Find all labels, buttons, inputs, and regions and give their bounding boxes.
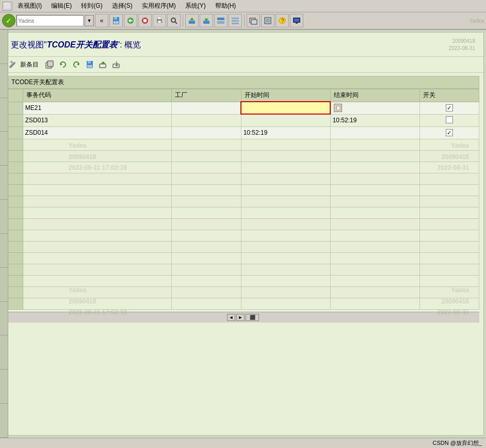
menu-select[interactable]: 选择(S) — [108, 1, 137, 11]
menu-tableview[interactable]: 表视图(I) — [13, 1, 46, 11]
svg-text:?: ? — [281, 18, 284, 24]
refresh-icon[interactable] — [57, 59, 69, 70]
copy-btn-me21[interactable]: 📋 — [334, 104, 342, 112]
svg-rect-19 — [232, 20, 239, 22]
svg-rect-22 — [251, 20, 257, 24]
scroll-left-button[interactable]: ◄ — [227, 314, 235, 321]
status-text: CSDN @放弃幻想_ — [432, 439, 482, 447]
svg-rect-39 — [100, 64, 106, 68]
svg-marker-43 — [115, 65, 118, 67]
toolbar-separator-2 — [244, 14, 245, 27]
help-button[interactable]: ? — [276, 14, 289, 27]
start-time-input[interactable] — [244, 104, 274, 112]
table-row — [7, 218, 479, 230]
row-start-zsd014: 10:52:19 — [241, 126, 330, 139]
svg-rect-28 — [294, 19, 299, 22]
undo-icon[interactable] — [71, 59, 82, 70]
row-plant-me21 — [172, 102, 241, 114]
toolbar-separator-1 — [183, 14, 183, 27]
col-end-header: 结束时间 — [330, 89, 419, 102]
table-row — [7, 252, 479, 264]
layout-button[interactable] — [214, 14, 228, 27]
checkbox-zsd014[interactable]: ✓ — [446, 129, 453, 136]
strip-5 — [0, 166, 8, 200]
strip-12 — [0, 404, 8, 438]
row-end-zsd014 — [330, 126, 419, 139]
row-start-me21-edit[interactable] — [241, 102, 330, 114]
row-switch-zsd014: ✓ — [419, 126, 479, 139]
menu-utilities[interactable]: 实用程序(M) — [138, 1, 180, 11]
new-entry-label: 新条目 — [20, 60, 39, 69]
toolbar: ✓ ▼ « ? Yadea — [0, 12, 486, 30]
table-row — [7, 264, 479, 275]
checkbox-zsd013[interactable] — [446, 116, 453, 123]
save2-icon[interactable] — [84, 59, 95, 70]
export-button[interactable] — [185, 14, 199, 27]
menu-edit[interactable]: 编辑(E) — [47, 1, 76, 11]
row-plant-zsd013 — [172, 114, 241, 126]
row-selector[interactable] — [7, 114, 23, 126]
svg-rect-12 — [189, 21, 195, 24]
page-title: 更改视图"TCODE开关配置表": 概览 — [11, 40, 141, 51]
svg-marker-34 — [60, 63, 62, 66]
monitor-button[interactable] — [290, 14, 303, 27]
list-button[interactable] — [229, 14, 242, 27]
menu-help[interactable]: 帮助(H) — [211, 1, 240, 11]
checkbox-me21[interactable]: ✓ — [446, 104, 453, 111]
menu-bar: ⬜ 表视图(I) 编辑(E) 转到(G) 选择(S) 实用程序(M) 系统(Y)… — [0, 0, 486, 12]
tools-icon[interactable] — [7, 59, 18, 70]
window-button[interactable] — [247, 14, 260, 27]
strip-2 — [0, 64, 8, 98]
import2-icon[interactable] — [111, 59, 122, 70]
strip-9 — [0, 302, 8, 336]
scroll-right-button[interactable]: ► — [236, 314, 245, 321]
stop-button[interactable] — [138, 14, 152, 27]
page-title-bar: 更改视图"TCODE开关配置表": 概览 20090418 2022-08-31 — [3, 33, 483, 57]
row-code-me21: ME21 — [23, 102, 171, 114]
svg-rect-38 — [87, 65, 92, 68]
row-code-zsd013: ZSD013 — [23, 114, 171, 126]
fullscreen-button[interactable] — [261, 14, 274, 27]
strip-4 — [0, 132, 8, 166]
col-code-header: 事务代码 — [23, 89, 171, 102]
nav-back-button[interactable]: « — [95, 14, 108, 27]
row-selector[interactable] — [7, 102, 23, 114]
command-input-wrap: ▼ — [17, 15, 94, 26]
strip-11 — [0, 370, 8, 404]
command-input[interactable] — [17, 15, 84, 26]
find-button[interactable] — [167, 14, 181, 27]
strip-6 — [0, 200, 8, 234]
save-button[interactable] — [109, 14, 123, 27]
app-icon[interactable]: ⬜ — [2, 2, 12, 11]
table-section-title: TCODE开关配置表 — [7, 76, 479, 89]
col-start-header: 开始时间 — [241, 89, 330, 102]
table-row — [7, 173, 479, 184]
row-end-me21: 📋 — [330, 102, 419, 114]
print-button[interactable] — [153, 14, 166, 27]
table-row — [7, 298, 479, 309]
data-table: 事务代码 工厂 开始时间 结束时间 开关 ME21 — [7, 89, 479, 310]
confirm-button[interactable]: ✓ — [2, 14, 15, 27]
table-row — [7, 207, 479, 218]
row-plant-zsd014 — [172, 126, 241, 139]
table-row — [7, 150, 479, 162]
table-row — [7, 275, 479, 286]
strip-10 — [0, 335, 8, 370]
import-button[interactable] — [200, 14, 213, 27]
export2-icon[interactable] — [98, 59, 109, 70]
table-row — [7, 230, 479, 241]
svg-rect-9 — [158, 21, 161, 23]
svg-rect-2 — [114, 21, 119, 24]
svg-rect-37 — [88, 61, 91, 63]
command-dropdown[interactable]: ▼ — [85, 15, 94, 26]
menu-system[interactable]: 系统(Y) — [181, 1, 210, 11]
table-row: ME21 📋 ✓ — [7, 102, 479, 114]
table-row — [7, 139, 479, 150]
scroll-page-button[interactable]: ⬛ — [246, 314, 259, 321]
svg-marker-13 — [190, 18, 194, 20]
row-selector[interactable] — [7, 126, 23, 139]
back-button[interactable] — [124, 14, 137, 27]
copy-icon[interactable] — [44, 59, 55, 70]
menu-goto[interactable]: 转到(G) — [77, 1, 106, 11]
main-content: 更改视图"TCODE开关配置表": 概览 20090418 2022-08-31… — [2, 32, 484, 436]
